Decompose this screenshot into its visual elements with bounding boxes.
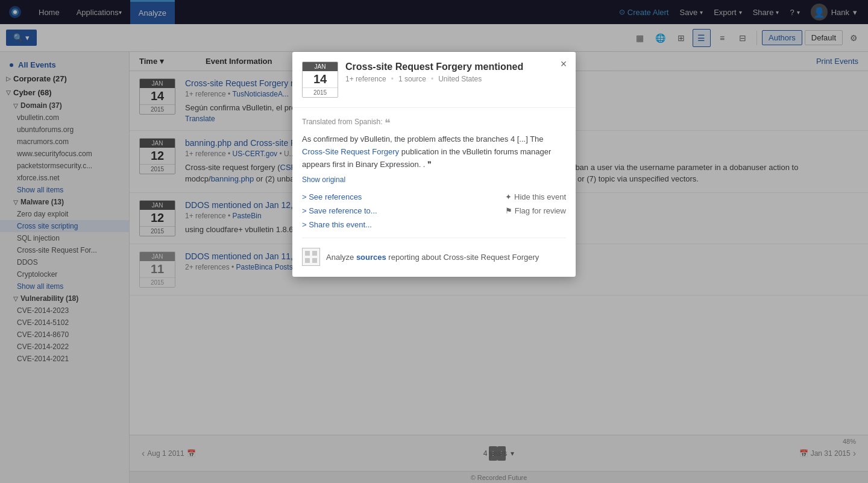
modal-title-area: Cross-site Request Forgery mentioned 1+ … (345, 62, 566, 83)
modal-title: Cross-site Request Forgery mentioned (345, 62, 566, 72)
modal-actions: > See references ✦ Hide this event > Sav… (302, 191, 566, 230)
modal-share-event-btn[interactable]: > Share this event... (302, 219, 434, 230)
modal-analyze-text: Analyze sources reporting about Cross-si… (326, 253, 539, 262)
modal-hide-event-btn[interactable]: ✦ Hide this event (434, 191, 566, 203)
modal-save-reference-btn[interactable]: > Save reference to... (302, 205, 434, 216)
svg-rect-4 (312, 251, 317, 256)
svg-rect-6 (312, 258, 317, 263)
modal-analyze-section: Analyze sources reporting about Cross-si… (302, 243, 566, 268)
close-quote: ❞ (427, 160, 432, 169)
svg-rect-5 (305, 258, 310, 263)
analyze-icon (302, 248, 320, 266)
modal-show-original-btn[interactable]: Show original (302, 175, 566, 184)
modal-body: Translated from Spanish: ❝ As confirmed … (292, 108, 576, 277)
modal-flag-review-btn[interactable]: ⚑ Flag for review (434, 205, 566, 216)
open-quote: ❝ (385, 117, 391, 129)
modal-see-references-btn[interactable]: > See references (302, 191, 434, 203)
modal-close-button[interactable]: × (556, 57, 571, 71)
modal-translated-label: Translated from Spanish: ❝ (302, 116, 566, 130)
modal-divider (302, 238, 566, 238)
modal-meta: 1+ reference • 1 source • United States (345, 75, 566, 83)
modal-date-box: JAN 14 2015 (302, 62, 338, 98)
modal-analyze-sources-link[interactable]: sources (356, 253, 386, 262)
modal-body-text: As confirmed by vBulletin, the problem a… (302, 133, 566, 171)
modal-csrf-link[interactable]: Cross-Site Request Forgery (302, 147, 399, 156)
modal-header: JAN 14 2015 Cross-site Request Forgery m… (292, 52, 576, 108)
modal: × JAN 14 2015 Cross-site Request Forgery… (292, 52, 576, 277)
modal-overlay: × JAN 14 2015 Cross-site Request Forgery… (0, 0, 868, 483)
svg-rect-3 (305, 251, 310, 256)
